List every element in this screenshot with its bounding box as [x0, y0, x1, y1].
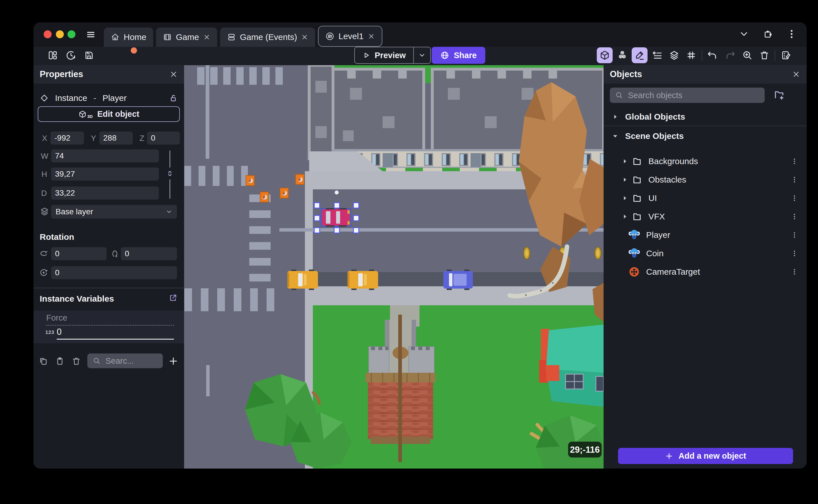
- folder-icon: [632, 211, 642, 222]
- preview-button-main[interactable]: Preview: [355, 47, 413, 63]
- copy-variable-icon[interactable]: [39, 356, 48, 367]
- redo-button[interactable]: [722, 47, 738, 63]
- variable-row[interactable]: Force 123 0: [33, 310, 184, 343]
- kebab-menu-icon[interactable]: [791, 250, 798, 257]
- section-scene-objects[interactable]: Scene Objects: [604, 127, 807, 145]
- kebab-menu-icon[interactable]: [791, 213, 798, 220]
- home-icon: [111, 33, 120, 42]
- objects-list-button[interactable]: [614, 47, 630, 63]
- kebab-menu-icon[interactable]: [791, 194, 798, 202]
- tab-level1[interactable]: Level1: [318, 26, 382, 47]
- folder-row-obstacles[interactable]: Obstacles: [604, 170, 807, 189]
- external-link-icon[interactable]: [168, 293, 177, 302]
- folder-row-backgrounds[interactable]: Backgrounds: [604, 152, 807, 170]
- edit-mode-button[interactable]: [632, 47, 648, 63]
- x-field[interactable]: [50, 132, 84, 145]
- z-field[interactable]: [147, 132, 180, 145]
- close-icon[interactable]: [301, 33, 308, 41]
- rotation-x-field[interactable]: [51, 247, 107, 260]
- add-new-object-button[interactable]: Add a new object: [618, 448, 793, 464]
- monkey-icon: [629, 229, 640, 241]
- extensions-puzzle-icon[interactable]: [762, 29, 773, 39]
- variable-value[interactable]: 0: [57, 327, 174, 340]
- object-row-cameratarget[interactable]: CameraTarget: [604, 262, 807, 281]
- tab-home[interactable]: Home: [104, 27, 153, 47]
- undo-button[interactable]: [704, 47, 720, 63]
- unsaved-changes-dot: [131, 47, 137, 54]
- unlock-icon[interactable]: [169, 94, 178, 103]
- preview-button[interactable]: Preview: [354, 47, 431, 64]
- instance-origin-dot: [335, 190, 339, 194]
- add-object-label: Add a new object: [679, 451, 746, 461]
- close-icon[interactable]: [792, 70, 800, 79]
- variables-search-input[interactable]: [105, 356, 158, 366]
- tab-game[interactable]: Game: [156, 27, 217, 47]
- hamburger-menu-icon[interactable]: [85, 30, 96, 39]
- minimize-window-button[interactable]: [56, 30, 64, 38]
- w-field[interactable]: [51, 149, 159, 162]
- objects-search-input[interactable]: [628, 91, 760, 100]
- layer-select[interactable]: Base layer: [51, 205, 177, 219]
- layout-panels-button[interactable]: [45, 47, 61, 63]
- d-label: D: [41, 189, 47, 198]
- maximize-window-button[interactable]: [67, 30, 75, 38]
- chevron-down-icon[interactable]: [612, 132, 619, 140]
- close-icon[interactable]: [367, 33, 375, 40]
- layers-button[interactable]: [666, 47, 682, 63]
- edit-object-button[interactable]: 3D Edit object: [38, 106, 180, 122]
- paste-variable-icon[interactable]: [55, 356, 65, 367]
- edit-events-button[interactable]: [778, 47, 794, 63]
- toggle-3d-view-button[interactable]: [597, 47, 613, 63]
- section-global-objects[interactable]: Global Objects: [604, 107, 807, 126]
- close-icon[interactable]: [169, 70, 178, 79]
- close-icon[interactable]: [203, 33, 210, 41]
- variables-search[interactable]: [87, 353, 163, 368]
- add-folder-icon[interactable]: [773, 89, 785, 101]
- kebab-menu-icon[interactable]: [786, 29, 797, 39]
- folder-row-vfx[interactable]: VFX: [604, 207, 807, 226]
- chevron-down-icon[interactable]: [739, 29, 749, 39]
- save-button[interactable]: [81, 47, 97, 63]
- chevron-right-icon[interactable]: [621, 158, 629, 165]
- object-row-coin[interactable]: Coin: [604, 244, 807, 262]
- variable-name[interactable]: Force: [46, 313, 174, 326]
- rotation-z-field[interactable]: [51, 266, 177, 279]
- add-variable-icon[interactable]: [168, 356, 179, 368]
- close-window-button[interactable]: [44, 30, 52, 38]
- y-label: Y: [91, 134, 96, 143]
- link-dimensions-icon[interactable]: [166, 169, 174, 178]
- objects-search[interactable]: [610, 88, 765, 103]
- kebab-menu-icon[interactable]: [791, 176, 798, 183]
- folder-row-ui[interactable]: UI: [604, 189, 807, 207]
- instances-list-button[interactable]: [649, 47, 665, 63]
- delete-variable-icon[interactable]: [71, 356, 81, 367]
- h-field[interactable]: [51, 168, 159, 181]
- object-label: Coin: [646, 249, 664, 258]
- y-field[interactable]: [99, 132, 133, 145]
- tab-game-events[interactable]: Game (Events): [220, 27, 315, 47]
- grid-button[interactable]: [683, 47, 699, 63]
- preview-dropdown[interactable]: [413, 47, 430, 63]
- chevron-right-icon[interactable]: [621, 194, 629, 202]
- chevron-right-icon[interactable]: [621, 176, 629, 183]
- kebab-menu-icon[interactable]: [791, 158, 798, 165]
- d-field[interactable]: [51, 187, 159, 200]
- tab-strip: Home Game Game (Events) Level1: [104, 25, 382, 47]
- chevron-right-icon[interactable]: [612, 113, 619, 120]
- rotation-title: Rotation: [40, 232, 74, 242]
- share-button[interactable]: Share: [432, 47, 485, 64]
- scene-canvas[interactable]: 29;-116: [184, 65, 604, 469]
- kebab-menu-icon[interactable]: [791, 268, 798, 276]
- cube-3d-icon: [78, 110, 87, 118]
- rotation-y-field[interactable]: [121, 247, 177, 260]
- object-row-player[interactable]: Player: [604, 226, 807, 244]
- kebab-menu-icon[interactable]: [791, 231, 798, 239]
- globe-icon: [440, 51, 449, 60]
- zoom-button[interactable]: [739, 47, 755, 63]
- delete-button[interactable]: [756, 47, 772, 63]
- section-label: Scene Objects: [625, 131, 684, 141]
- history-button[interactable]: [63, 47, 79, 63]
- chevron-right-icon[interactable]: [621, 213, 629, 220]
- events-icon: [227, 33, 236, 42]
- object-label: Player: [646, 230, 670, 240]
